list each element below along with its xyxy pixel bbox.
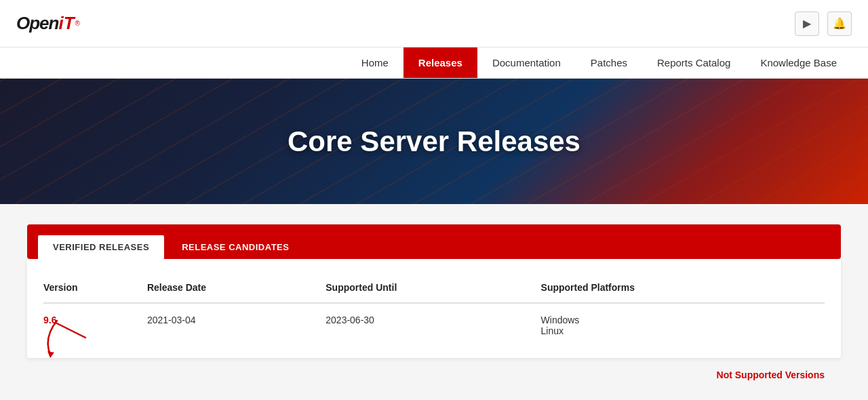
cell-version: 9.6 — [43, 303, 147, 342]
bell-icon: 🔔 — [833, 17, 846, 30]
tabs-container: VERIFIED RELEASES RELEASE CANDIDATES — [27, 224, 841, 259]
col-version: Version — [43, 275, 147, 303]
nav-item-patches[interactable]: Patches — [576, 47, 642, 78]
col-supported-until: Supported Until — [326, 275, 540, 303]
logo-it-text: iT — [58, 13, 74, 34]
bell-icon-button[interactable]: 🔔 — [827, 12, 852, 36]
logo-trademark: ® — [75, 20, 80, 27]
releases-card: VERIFIED RELEASES RELEASE CANDIDATES Ver… — [27, 224, 841, 386]
cell-release-date: 2021-03-04 — [147, 303, 326, 342]
platform-windows: Windows — [541, 315, 825, 325]
platform-linux: Linux — [541, 325, 825, 336]
table-row: 9.6 2021-03-04 2023-06-30 — [43, 303, 825, 342]
header: Open iT ® ▶ 🔔 — [0, 0, 868, 47]
cell-platforms: Windows Linux — [541, 303, 825, 342]
hero-title: Core Server Releases — [288, 125, 580, 158]
tabs-row: VERIFIED RELEASES RELEASE CANDIDATES — [38, 235, 830, 259]
table-header-row: Version Release Date Supported Until Sup… — [43, 275, 825, 303]
nav-item-knowledge-base[interactable]: Knowledge Base — [745, 47, 852, 78]
video-icon: ▶ — [803, 17, 811, 30]
version-annotation: 9.6 — [43, 315, 56, 325]
cell-supported-until: 2023-06-30 — [326, 303, 540, 342]
logo: Open iT ® — [16, 13, 80, 34]
tab-release-candidates[interactable]: RELEASE CANDIDATES — [167, 235, 304, 259]
table-card: Version Release Date Supported Until Sup… — [27, 259, 841, 358]
not-supported-versions-link[interactable]: Not Supported Versions — [717, 369, 825, 380]
logo-open-text: Open — [16, 13, 58, 34]
releases-table: Version Release Date Supported Until Sup… — [43, 275, 825, 342]
nav-item-home[interactable]: Home — [347, 47, 403, 78]
col-supported-platforms: Supported Platforms — [541, 275, 825, 303]
tab-verified-releases[interactable]: VERIFIED RELEASES — [38, 235, 164, 259]
video-icon-button[interactable]: ▶ — [795, 12, 819, 36]
svg-marker-0 — [47, 351, 54, 358]
arrow-annotation-icon — [37, 317, 91, 358]
header-icons: ▶ 🔔 — [795, 12, 852, 36]
nav-item-releases[interactable]: Releases — [403, 47, 477, 78]
svg-line-1 — [56, 323, 85, 338]
col-release-date: Release Date — [147, 275, 326, 303]
hero-banner: Core Server Releases — [0, 79, 868, 204]
nav-item-documentation[interactable]: Documentation — [477, 47, 576, 78]
not-supported-section: Not Supported Versions — [27, 358, 841, 386]
nav-item-reports-catalog[interactable]: Reports Catalog — [642, 47, 745, 78]
main-content: VERIFIED RELEASES RELEASE CANDIDATES Ver… — [0, 204, 868, 400]
main-nav: Home Releases Documentation Patches Repo… — [0, 47, 868, 79]
